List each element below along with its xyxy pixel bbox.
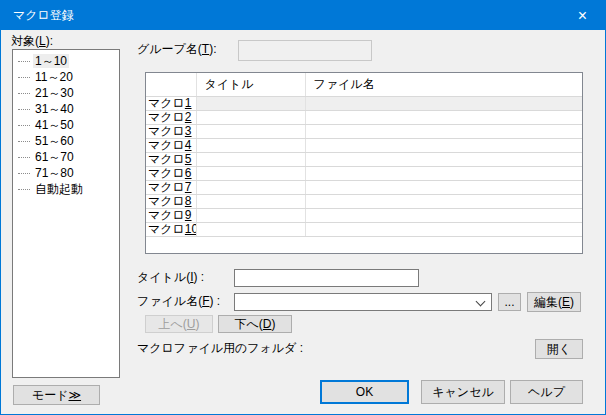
table-row-macro4[interactable]: マクロ4 — [146, 138, 582, 152]
move-up-label: 上へ( — [159, 316, 187, 333]
file-name-input[interactable] — [235, 294, 471, 310]
window-title: マクロ登録 — [13, 7, 74, 24]
help-button[interactable]: ヘルプ — [510, 380, 583, 404]
cancel-button[interactable]: キャンセル — [421, 380, 505, 404]
target-label-accel: L — [39, 34, 46, 48]
macro-slot-cell: マクロ7 — [146, 180, 196, 194]
move-down-accel: D — [263, 317, 272, 331]
edit-button-label: 編集( — [534, 294, 562, 311]
table-row-macro8[interactable]: マクロ8 — [146, 194, 582, 208]
tree-item-auto-start[interactable]: 自動起動 — [13, 181, 119, 197]
table-row-macro9[interactable]: マクロ9 — [146, 208, 582, 222]
open-folder-label: 開く — [547, 341, 571, 358]
tree-item-31-40[interactable]: 31～40 — [13, 101, 119, 117]
tree-item-61-70[interactable]: 61～70 — [13, 149, 119, 165]
macro-slot-cell: マクロ8 — [146, 194, 196, 208]
macro-title-cell — [196, 208, 305, 222]
macro-label-number: 4 — [185, 138, 192, 152]
tree-item-51-60[interactable]: 51～60 — [13, 133, 119, 149]
macro-label-number: 1 — [185, 96, 192, 110]
tree-item-label: 41～50 — [33, 118, 76, 132]
macro-slot-cell: マクロ10 — [146, 222, 196, 236]
mode-button[interactable]: モード ≫ — [13, 385, 100, 405]
browse-button[interactable]: ... — [498, 293, 521, 311]
help-button-label: ヘルプ — [528, 384, 565, 401]
tree-branch-icon — [18, 61, 30, 62]
group-name-input — [238, 40, 372, 61]
titlebar: マクロ登録 × — [1, 1, 605, 30]
move-up-accel: U — [187, 317, 196, 331]
target-label-text: 対象( — [11, 34, 39, 48]
macro-title-cell — [196, 152, 305, 166]
mode-button-label: モード — [32, 387, 69, 404]
file-name-combobox[interactable] — [234, 293, 492, 311]
move-up-label: ) — [195, 317, 199, 331]
tree-item-label: 1～10 — [33, 54, 69, 68]
tree-item-label: 71～80 — [33, 166, 76, 180]
tree-item-1-10[interactable]: 1～10 — [13, 53, 119, 69]
macro-label-text: マクロ — [148, 96, 185, 110]
tree-item-11-20[interactable]: 11～20 — [13, 69, 119, 85]
macro-title-cell — [196, 194, 305, 208]
file-label-text: ファイル名( — [137, 294, 202, 308]
tree-item-41-50[interactable]: 41～50 — [13, 117, 119, 133]
macro-label-number: 9 — [185, 208, 192, 222]
macro-file-cell — [305, 166, 582, 180]
table-row-macro2[interactable]: マクロ2 — [146, 110, 582, 124]
macro-file-cell — [305, 110, 582, 124]
chevron-down-icon[interactable] — [476, 297, 486, 307]
target-label-text: ): — [46, 34, 53, 48]
tree-item-label: 31～40 — [33, 102, 76, 116]
file-name-label: ファイル名(F) : — [137, 294, 220, 309]
target-tree-listbox: 1～10 11～20 21～30 31～40 41～50 51～60 61～70… — [12, 49, 120, 378]
macro-registration-dialog: マクロ登録 × 対象(L): 1～10 11～20 21～30 31～40 41… — [0, 0, 606, 415]
tree-item-label: 61～70 — [33, 150, 76, 164]
close-button[interactable]: × — [560, 1, 605, 30]
tree-item-label: 11～20 — [33, 70, 75, 84]
macro-title-cell — [196, 222, 305, 236]
macro-table: タイトル ファイル名 マクロ1 マクロ2 マクロ3 — [145, 72, 583, 254]
macro-label-number: 2 — [185, 110, 192, 124]
table-row-macro7[interactable]: マクロ7 — [146, 180, 582, 194]
tree-branch-icon — [18, 141, 30, 142]
column-header-slot — [146, 73, 196, 96]
tree-item-71-80[interactable]: 71～80 — [13, 165, 119, 181]
table-row-macro5[interactable]: マクロ5 — [146, 152, 582, 166]
edit-button[interactable]: 編集(E) — [527, 292, 581, 312]
tree-item-label: 自動起動 — [33, 182, 85, 196]
tree-item-21-30[interactable]: 21～30 — [13, 85, 119, 101]
close-icon: × — [578, 8, 587, 24]
target-label: 対象(L): — [11, 34, 53, 49]
macro-label-text: マクロ — [148, 110, 185, 124]
table-row-macro10[interactable]: マクロ10 — [146, 222, 582, 236]
macro-title-cell — [196, 124, 305, 138]
tree-branch-icon — [18, 157, 30, 158]
macro-slot-cell: マクロ6 — [146, 166, 196, 180]
macro-title-cell — [196, 180, 305, 194]
title-input[interactable] — [234, 269, 419, 287]
tree-branch-icon — [18, 93, 30, 94]
column-header-title: タイトル — [196, 73, 305, 96]
tree-item-label: 21～30 — [33, 86, 76, 100]
macro-label-text: マクロ — [148, 166, 185, 180]
macro-file-cell — [305, 180, 582, 194]
edit-button-accel: E — [562, 295, 570, 309]
table-row-macro6[interactable]: マクロ6 — [146, 166, 582, 180]
macro-file-cell — [305, 96, 582, 110]
column-header-filename: ファイル名 — [305, 73, 582, 96]
table-row-macro3[interactable]: マクロ3 — [146, 124, 582, 138]
macro-file-cell — [305, 208, 582, 222]
macro-label-text: マクロ — [148, 194, 185, 208]
tree-item-label: 51～60 — [33, 134, 76, 148]
table-row-macro1[interactable]: マクロ1 — [146, 96, 582, 110]
macro-file-cell — [305, 124, 582, 138]
macro-slot-cell: マクロ1 — [146, 96, 196, 110]
move-down-button[interactable]: 下へ(D) — [218, 315, 292, 333]
macro-slot-cell: マクロ2 — [146, 110, 196, 124]
open-folder-button[interactable]: 開く — [535, 339, 583, 359]
table-header-row: タイトル ファイル名 — [146, 73, 582, 96]
file-label-text: ) : — [209, 294, 220, 308]
move-up-button: 上へ(U) — [145, 315, 213, 333]
macro-label-text: マクロ — [148, 152, 185, 166]
ok-button[interactable]: OK — [320, 380, 409, 404]
